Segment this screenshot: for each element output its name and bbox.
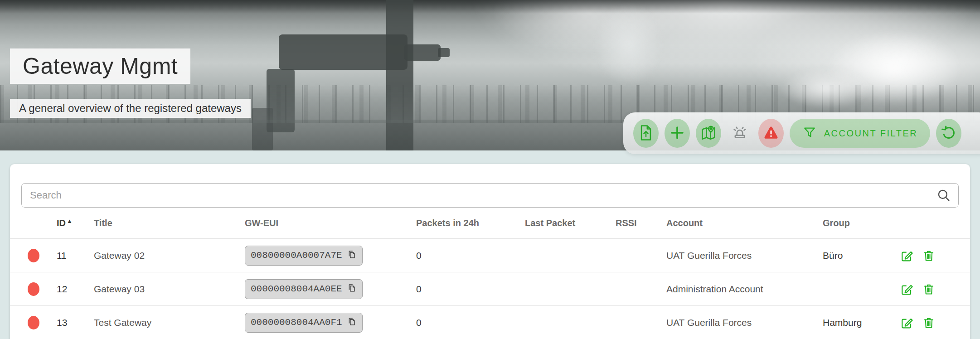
account-cell: Administration Account (666, 284, 823, 295)
search-input[interactable] (21, 183, 959, 208)
gw-eui-chip[interactable]: 00000008004AA0F1 (245, 313, 363, 333)
title-cell: Test Gateway (94, 317, 245, 328)
edit-pencil-icon (900, 257, 914, 264)
copy-icon (347, 316, 357, 329)
packets-24h-cell: 0 (416, 284, 525, 295)
gw-eui-chip[interactable]: 00000008004AA0EE (245, 279, 363, 299)
status-cell (22, 282, 53, 296)
trash-icon (922, 291, 936, 298)
search-bar (21, 183, 959, 208)
account-filter-label: ACCOUNT FILTER (824, 128, 918, 139)
alarms-button[interactable] (727, 119, 752, 148)
actions-cell (900, 248, 958, 263)
packets-24h-cell: 0 (416, 250, 525, 261)
gw-eui-value: 00000008004AA0F1 (251, 317, 342, 328)
title-cell: Gateway 03 (94, 284, 245, 295)
status-dot (28, 316, 39, 329)
file-upload-icon (638, 124, 654, 143)
column-header-last-packet[interactable]: Last Packet (525, 218, 616, 228)
hero-device-arm (404, 44, 441, 61)
status-dot (28, 249, 39, 262)
status-dot (28, 282, 39, 296)
title-cell: Gateway 02 (94, 250, 245, 261)
hero-header: Gateway Mgmt A general overview of the r… (0, 0, 980, 150)
column-header-title[interactable]: Title (94, 218, 245, 228)
content-area: ID▲ Title GW-EUI Packets in 24h Last Pac… (0, 150, 980, 339)
table-row[interactable]: 11 Gateway 02 00800000A0007A7E 0 UAT Gue… (10, 239, 970, 272)
column-header-group[interactable]: Group (823, 218, 900, 228)
page-title: Gateway Mgmt (23, 53, 178, 79)
undo-icon (941, 125, 957, 142)
hero-smoke-plume (781, 68, 871, 109)
table-row[interactable]: 13 Test Gateway 00000008004AA0F1 0 UAT G… (10, 306, 970, 339)
gw-eui-cell: 00000008004AA0EE (245, 279, 416, 299)
hero-gateway-device (279, 34, 408, 70)
page-title-box: Gateway Mgmt (10, 48, 190, 84)
siren-icon (731, 124, 748, 143)
status-cell (22, 249, 53, 262)
edit-gateway-button[interactable] (900, 248, 914, 263)
column-header-account[interactable]: Account (666, 218, 823, 228)
gw-eui-value: 00800000A0007A7E (251, 250, 342, 261)
search-icon (936, 188, 951, 205)
plus-icon (669, 125, 685, 142)
account-cell: UAT Guerilla Forces (666, 317, 823, 328)
account-filter-button[interactable]: ACCOUNT FILTER (790, 119, 930, 148)
filter-funnel-icon (802, 125, 817, 142)
gw-eui-cell: 00800000A0007A7E (245, 246, 416, 266)
account-cell: UAT Guerilla Forces (666, 250, 823, 261)
actions-cell (900, 282, 958, 296)
hero-smoke-plume (595, 5, 663, 86)
gw-eui-cell: 00000008004AA0F1 (245, 313, 416, 333)
column-header-gw-eui[interactable]: GW-EUI (245, 218, 416, 228)
gateway-mgmt-page: Gateway Mgmt A general overview of the r… (0, 0, 980, 339)
page-subtitle-box: A general overview of the registered gat… (10, 99, 251, 118)
packets-24h-cell: 0 (416, 317, 525, 328)
id-cell: 11 (53, 250, 94, 261)
copy-icon (347, 249, 357, 262)
warnings-button[interactable] (758, 119, 784, 148)
toolbar: ACCOUNT FILTER (623, 112, 980, 154)
column-header-rssi[interactable]: RSSI (616, 218, 666, 228)
page-subtitle: A general overview of the registered gat… (19, 102, 242, 114)
actions-cell (900, 315, 958, 330)
id-cell: 13 (53, 317, 94, 328)
group-cell: Hamburg (823, 317, 900, 328)
gw-eui-value: 00000008004AA0EE (251, 284, 342, 294)
trash-icon (922, 324, 936, 331)
id-cell: 12 (53, 284, 94, 295)
add-gateway-button[interactable] (665, 119, 690, 148)
gateway-map-button[interactable] (696, 119, 721, 148)
delete-gateway-button[interactable] (922, 315, 936, 330)
export-gateways-button[interactable] (633, 119, 659, 148)
copy-icon (347, 282, 357, 296)
trash-icon (922, 257, 936, 264)
hero-device-tip (438, 48, 450, 57)
map-pin-icon (700, 125, 717, 142)
gw-eui-chip[interactable]: 00800000A0007A7E (245, 246, 363, 266)
edit-gateway-button[interactable] (900, 282, 914, 296)
status-cell (22, 316, 53, 329)
delete-gateway-button[interactable] (922, 248, 936, 263)
delete-gateway-button[interactable] (922, 282, 936, 296)
edit-pencil-icon (900, 291, 914, 298)
warning-triangle-icon (762, 124, 780, 143)
refresh-button[interactable] (936, 119, 961, 148)
table-row[interactable]: 12 Gateway 03 00000008004AA0EE 0 Adminis… (10, 272, 970, 306)
edit-gateway-button[interactable] (900, 315, 914, 330)
group-cell: Büro (823, 250, 900, 261)
gateway-table-card: ID▲ Title GW-EUI Packets in 24h Last Pac… (10, 164, 970, 339)
column-header-id[interactable]: ID▲ (53, 218, 94, 228)
table-body: 11 Gateway 02 00800000A0007A7E 0 UAT Gue… (10, 239, 970, 339)
sort-asc-icon: ▲ (67, 218, 73, 224)
column-header-packets-24h[interactable]: Packets in 24h (416, 218, 525, 228)
table-header: ID▲ Title GW-EUI Packets in 24h Last Pac… (10, 208, 970, 239)
edit-pencil-icon (900, 324, 914, 331)
